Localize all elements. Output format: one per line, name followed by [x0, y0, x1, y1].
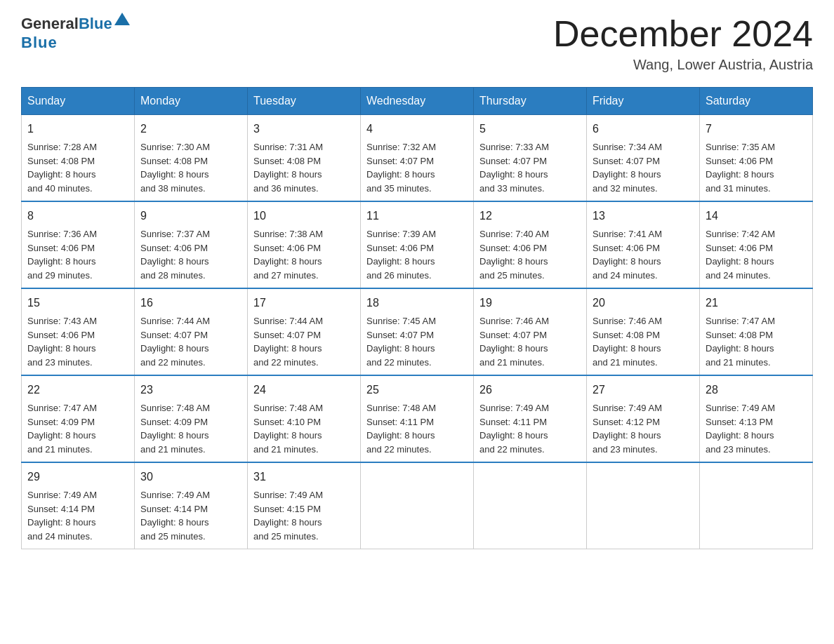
- day-number: 9: [140, 208, 241, 224]
- day-info: Sunrise: 7:37 AM Sunset: 4:06 PM Dayligh…: [140, 227, 241, 282]
- day-number: 25: [366, 382, 468, 398]
- table-row: 4 Sunrise: 7:32 AM Sunset: 4:07 PM Dayli…: [361, 115, 474, 202]
- day-number: 20: [593, 295, 694, 311]
- day-number: 29: [27, 469, 128, 485]
- table-row: 28 Sunrise: 7:49 AM Sunset: 4:13 PM Dayl…: [700, 375, 813, 462]
- day-number: 19: [479, 295, 581, 311]
- day-number: 15: [27, 295, 128, 311]
- day-info: Sunrise: 7:49 AM Sunset: 4:14 PM Dayligh…: [140, 488, 241, 543]
- day-info: Sunrise: 7:44 AM Sunset: 4:07 PM Dayligh…: [253, 314, 355, 369]
- month-title: December 2024: [553, 14, 813, 54]
- day-number: 5: [479, 121, 581, 137]
- table-row: 19 Sunrise: 7:46 AM Sunset: 4:07 PM Dayl…: [474, 288, 587, 375]
- day-number: 1: [27, 121, 128, 137]
- day-number: 30: [140, 469, 241, 485]
- day-number: 27: [593, 382, 694, 398]
- col-tuesday: Tuesday: [248, 88, 361, 115]
- table-row: 3 Sunrise: 7:31 AM Sunset: 4:08 PM Dayli…: [248, 115, 361, 202]
- table-row: 10 Sunrise: 7:38 AM Sunset: 4:06 PM Dayl…: [248, 201, 361, 288]
- calendar-table: Sunday Monday Tuesday Wednesday Thursday…: [21, 87, 813, 549]
- table-row: 22 Sunrise: 7:47 AM Sunset: 4:09 PM Dayl…: [22, 375, 135, 462]
- day-number: 23: [140, 382, 241, 398]
- logo: GeneralBlue Blue: [21, 14, 130, 52]
- logo-underline-text: Blue: [21, 34, 58, 52]
- calendar-week-row: 22 Sunrise: 7:47 AM Sunset: 4:09 PM Dayl…: [22, 375, 813, 462]
- calendar-week-row: 1 Sunrise: 7:28 AM Sunset: 4:08 PM Dayli…: [22, 115, 813, 202]
- table-row: 17 Sunrise: 7:44 AM Sunset: 4:07 PM Dayl…: [248, 288, 361, 375]
- calendar-week-row: 29 Sunrise: 7:49 AM Sunset: 4:14 PM Dayl…: [22, 462, 813, 549]
- table-row: 16 Sunrise: 7:44 AM Sunset: 4:07 PM Dayl…: [135, 288, 248, 375]
- day-info: Sunrise: 7:48 AM Sunset: 4:11 PM Dayligh…: [366, 401, 468, 456]
- svg-marker-0: [114, 13, 130, 25]
- day-info: Sunrise: 7:34 AM Sunset: 4:07 PM Dayligh…: [593, 140, 694, 195]
- day-number: 13: [593, 208, 694, 224]
- day-info: Sunrise: 7:44 AM Sunset: 4:07 PM Dayligh…: [140, 314, 241, 369]
- day-info: Sunrise: 7:49 AM Sunset: 4:11 PM Dayligh…: [479, 401, 581, 456]
- table-row: [700, 462, 813, 549]
- table-row: [587, 462, 700, 549]
- title-block: December 2024 Wang, Lower Austria, Austr…: [553, 14, 813, 73]
- day-info: Sunrise: 7:49 AM Sunset: 4:15 PM Dayligh…: [253, 488, 355, 543]
- table-row: 26 Sunrise: 7:49 AM Sunset: 4:11 PM Dayl…: [474, 375, 587, 462]
- table-row: 1 Sunrise: 7:28 AM Sunset: 4:08 PM Dayli…: [22, 115, 135, 202]
- day-number: 6: [593, 121, 694, 137]
- day-info: Sunrise: 7:42 AM Sunset: 4:06 PM Dayligh…: [706, 227, 807, 282]
- day-number: 31: [253, 469, 355, 485]
- table-row: 14 Sunrise: 7:42 AM Sunset: 4:06 PM Dayl…: [700, 201, 813, 288]
- col-saturday: Saturday: [700, 88, 813, 115]
- day-number: 22: [27, 382, 128, 398]
- day-info: Sunrise: 7:28 AM Sunset: 4:08 PM Dayligh…: [27, 140, 128, 195]
- table-row: 18 Sunrise: 7:45 AM Sunset: 4:07 PM Dayl…: [361, 288, 474, 375]
- day-number: 14: [706, 208, 807, 224]
- table-row: [474, 462, 587, 549]
- day-info: Sunrise: 7:39 AM Sunset: 4:06 PM Dayligh…: [366, 227, 468, 282]
- col-sunday: Sunday: [22, 88, 135, 115]
- table-row: 9 Sunrise: 7:37 AM Sunset: 4:06 PM Dayli…: [135, 201, 248, 288]
- day-number: 18: [366, 295, 468, 311]
- table-row: 6 Sunrise: 7:34 AM Sunset: 4:07 PM Dayli…: [587, 115, 700, 202]
- day-info: Sunrise: 7:35 AM Sunset: 4:06 PM Dayligh…: [706, 140, 807, 195]
- day-number: 21: [706, 295, 807, 311]
- day-info: Sunrise: 7:45 AM Sunset: 4:07 PM Dayligh…: [366, 314, 468, 369]
- day-info: Sunrise: 7:40 AM Sunset: 4:06 PM Dayligh…: [479, 227, 581, 282]
- calendar-week-row: 15 Sunrise: 7:43 AM Sunset: 4:06 PM Dayl…: [22, 288, 813, 375]
- table-row: 21 Sunrise: 7:47 AM Sunset: 4:08 PM Dayl…: [700, 288, 813, 375]
- day-info: Sunrise: 7:49 AM Sunset: 4:12 PM Dayligh…: [593, 401, 694, 456]
- table-row: 2 Sunrise: 7:30 AM Sunset: 4:08 PM Dayli…: [135, 115, 248, 202]
- day-info: Sunrise: 7:46 AM Sunset: 4:07 PM Dayligh…: [479, 314, 581, 369]
- table-row: 29 Sunrise: 7:49 AM Sunset: 4:14 PM Dayl…: [22, 462, 135, 549]
- day-number: 11: [366, 208, 468, 224]
- day-info: Sunrise: 7:30 AM Sunset: 4:08 PM Dayligh…: [140, 140, 241, 195]
- location-title: Wang, Lower Austria, Austria: [553, 57, 813, 73]
- table-row: 31 Sunrise: 7:49 AM Sunset: 4:15 PM Dayl…: [248, 462, 361, 549]
- day-info: Sunrise: 7:31 AM Sunset: 4:08 PM Dayligh…: [253, 140, 355, 195]
- day-info: Sunrise: 7:32 AM Sunset: 4:07 PM Dayligh…: [366, 140, 468, 195]
- day-number: 24: [253, 382, 355, 398]
- day-number: 2: [140, 121, 241, 137]
- table-row: 15 Sunrise: 7:43 AM Sunset: 4:06 PM Dayl…: [22, 288, 135, 375]
- day-number: 26: [479, 382, 581, 398]
- day-info: Sunrise: 7:36 AM Sunset: 4:06 PM Dayligh…: [27, 227, 128, 282]
- day-info: Sunrise: 7:48 AM Sunset: 4:09 PM Dayligh…: [140, 401, 241, 456]
- day-info: Sunrise: 7:38 AM Sunset: 4:06 PM Dayligh…: [253, 227, 355, 282]
- day-info: Sunrise: 7:47 AM Sunset: 4:09 PM Dayligh…: [27, 401, 128, 456]
- col-friday: Friday: [587, 88, 700, 115]
- day-info: Sunrise: 7:47 AM Sunset: 4:08 PM Dayligh…: [706, 314, 807, 369]
- logo-general-text: General: [21, 15, 79, 33]
- table-row: 23 Sunrise: 7:48 AM Sunset: 4:09 PM Dayl…: [135, 375, 248, 462]
- col-thursday: Thursday: [474, 88, 587, 115]
- day-info: Sunrise: 7:49 AM Sunset: 4:14 PM Dayligh…: [27, 488, 128, 543]
- table-row: 12 Sunrise: 7:40 AM Sunset: 4:06 PM Dayl…: [474, 201, 587, 288]
- day-info: Sunrise: 7:43 AM Sunset: 4:06 PM Dayligh…: [27, 314, 128, 369]
- logo-text: GeneralBlue: [21, 14, 130, 34]
- day-info: Sunrise: 7:41 AM Sunset: 4:06 PM Dayligh…: [593, 227, 694, 282]
- page-header: GeneralBlue Blue December 2024 Wang, Low…: [21, 14, 813, 73]
- table-row: 7 Sunrise: 7:35 AM Sunset: 4:06 PM Dayli…: [700, 115, 813, 202]
- table-row: 13 Sunrise: 7:41 AM Sunset: 4:06 PM Dayl…: [587, 201, 700, 288]
- day-number: 16: [140, 295, 241, 311]
- day-number: 8: [27, 208, 128, 224]
- day-info: Sunrise: 7:46 AM Sunset: 4:08 PM Dayligh…: [593, 314, 694, 369]
- table-row: 20 Sunrise: 7:46 AM Sunset: 4:08 PM Dayl…: [587, 288, 700, 375]
- day-info: Sunrise: 7:49 AM Sunset: 4:13 PM Dayligh…: [706, 401, 807, 456]
- day-number: 4: [366, 121, 468, 137]
